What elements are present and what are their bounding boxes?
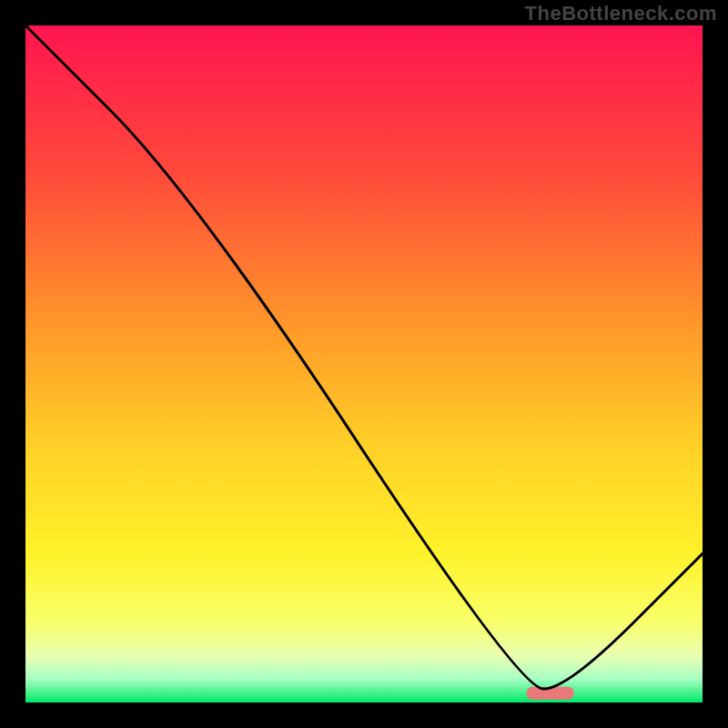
- watermark-text: TheBottleneck.com: [525, 2, 717, 25]
- chart-container: TheBottleneck.com: [0, 0, 728, 728]
- chart-svg: [25, 25, 703, 703]
- plot-area: [25, 25, 703, 703]
